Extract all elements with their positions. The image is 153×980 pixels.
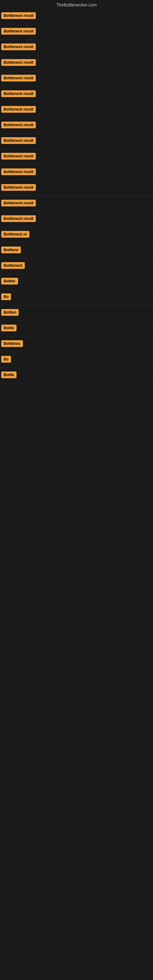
result-row: Bottleneck: [0, 258, 153, 274]
bottleneck-badge[interactable]: Bottler: [1, 278, 18, 285]
result-row: Bottleneck result: [0, 165, 153, 180]
result-row: Bottle: [0, 368, 153, 383]
result-row: Bottleneck result: [0, 56, 153, 71]
bottleneck-badge[interactable]: Bottleneck re: [1, 231, 29, 238]
bottleneck-badge[interactable]: Bottlen: [1, 309, 19, 316]
site-title-text: TheBottlenecker.com: [56, 2, 97, 7]
result-row: Bottleneck result: [0, 40, 153, 56]
result-row: Bottler: [0, 274, 153, 290]
result-row: Bottle: [0, 321, 153, 337]
bottleneck-badge[interactable]: Bottleneck result: [1, 153, 36, 159]
bottleneck-badge[interactable]: Bottleneck result: [1, 169, 36, 175]
result-row: Bottlene: [0, 243, 153, 258]
bottleneck-badge[interactable]: Bottleneck result: [1, 215, 36, 222]
result-row: Bottleneck result: [0, 134, 153, 149]
bottleneck-badge[interactable]: Bottleneck result: [1, 75, 36, 81]
result-row: Bottleneck result: [0, 71, 153, 87]
result-row: Bottleneck result: [0, 102, 153, 118]
bottleneck-badge[interactable]: Bottleneck result: [1, 28, 36, 35]
result-row: Bo: [0, 290, 153, 305]
bottleneck-badge[interactable]: Bottleneck result: [1, 43, 36, 50]
bottleneck-badge[interactable]: Bottleneck result: [1, 12, 36, 19]
result-row: Bottleneck result: [0, 87, 153, 102]
bottleneck-badge[interactable]: Bottleneck result: [1, 59, 36, 66]
result-row: Bottlen: [0, 305, 153, 321]
results-container: Bottleneck resultBottleneck resultBottle…: [0, 9, 153, 383]
result-row: Bottleneck result: [0, 180, 153, 196]
result-row: Bottleneck result: [0, 118, 153, 134]
site-title: TheBottlenecker.com: [0, 0, 153, 9]
bottleneck-badge[interactable]: Bo: [1, 293, 11, 300]
bottleneck-badge[interactable]: Bottleneck result: [1, 90, 36, 97]
bottleneck-badge[interactable]: Bottle: [1, 371, 16, 378]
result-row: Bottleneck result: [0, 149, 153, 165]
result-row: Bo: [0, 352, 153, 368]
bottleneck-badge[interactable]: Bottlene: [1, 247, 21, 253]
bottleneck-badge[interactable]: Bottlenec: [1, 340, 23, 347]
bottleneck-badge[interactable]: Bottleneck result: [1, 122, 36, 128]
bottleneck-badge[interactable]: Bottleneck result: [1, 137, 36, 144]
result-row: Bottleneck result: [0, 9, 153, 24]
bottleneck-badge[interactable]: Bottleneck result: [1, 200, 36, 207]
bottleneck-badge[interactable]: Bottleneck result: [1, 184, 36, 191]
bottleneck-badge[interactable]: Bottleneck: [1, 262, 25, 269]
bottleneck-badge[interactable]: Bottle: [1, 325, 16, 331]
result-row: Bottlenec: [0, 337, 153, 352]
bottleneck-badge[interactable]: Bottleneck result: [1, 106, 36, 113]
result-row: Bottleneck re: [0, 227, 153, 243]
bottleneck-badge[interactable]: Bo: [1, 356, 11, 363]
result-row: Bottleneck result: [0, 196, 153, 212]
result-row: Bottleneck result: [0, 212, 153, 227]
result-row: Bottleneck result: [0, 24, 153, 40]
